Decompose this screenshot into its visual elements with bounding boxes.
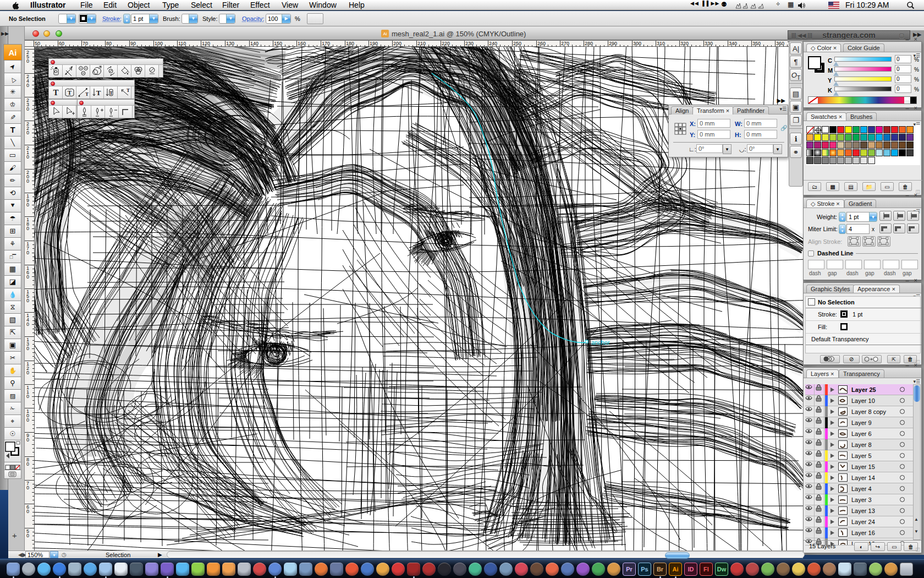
svg-text:T: T: [85, 91, 89, 97]
svg-text:T: T: [96, 89, 101, 97]
svg-text:T: T: [53, 88, 58, 97]
svg-text:T: T: [109, 90, 113, 96]
svg-text:anchor: anchor: [591, 339, 610, 346]
svg-text:T: T: [127, 88, 130, 93]
svg-text:T: T: [68, 89, 72, 96]
svg-text:Ai: Ai: [383, 31, 387, 36]
